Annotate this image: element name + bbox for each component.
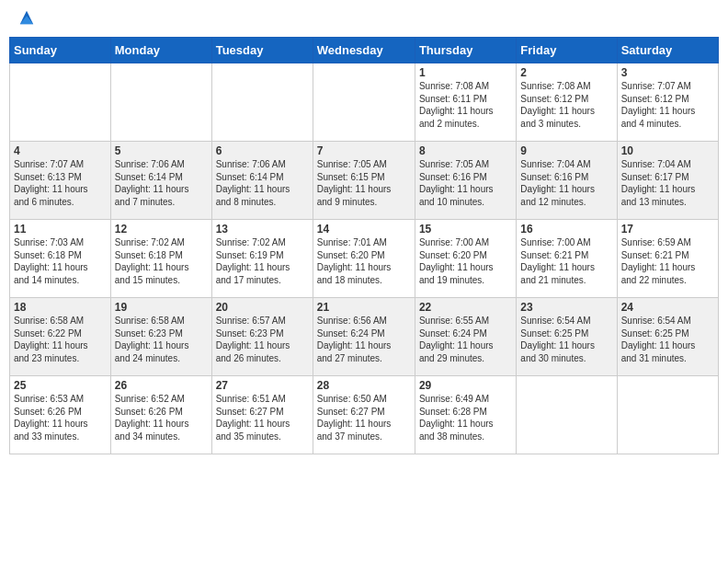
calendar-cell [517, 376, 617, 454]
calendar-cell: 15Sunrise: 7:00 AM Sunset: 6:20 PM Dayli… [415, 220, 516, 298]
day-info: Sunrise: 6:49 AM Sunset: 6:28 PM Dayligh… [419, 393, 512, 442]
day-info: Sunrise: 7:02 AM Sunset: 6:19 PM Dayligh… [216, 236, 309, 286]
day-info: Sunrise: 6:55 AM Sunset: 6:24 PM Dayligh… [419, 315, 512, 364]
day-number: 15 [419, 223, 512, 236]
logo [17, 13, 35, 26]
day-info: Sunrise: 6:58 AM Sunset: 6:23 PM Dayligh… [115, 315, 208, 364]
calendar-cell: 7Sunrise: 7:05 AM Sunset: 6:15 PM Daylig… [313, 142, 415, 220]
calendar-cell [110, 63, 211, 142]
calendar-cell: 16Sunrise: 7:00 AM Sunset: 6:21 PM Dayli… [517, 220, 617, 298]
day-info: Sunrise: 7:08 AM Sunset: 6:12 PM Dayligh… [520, 80, 612, 130]
day-number: 13 [216, 223, 309, 236]
day-number: 4 [14, 144, 107, 157]
week-row-1: 1Sunrise: 7:08 AM Sunset: 6:11 PM Daylig… [10, 63, 719, 142]
calendar-cell: 28Sunrise: 6:50 AM Sunset: 6:27 PM Dayli… [313, 376, 415, 454]
calendar-cell: 10Sunrise: 7:04 AM Sunset: 6:17 PM Dayli… [617, 142, 718, 220]
day-info: Sunrise: 6:50 AM Sunset: 6:27 PM Dayligh… [317, 393, 411, 442]
calendar-cell: 29Sunrise: 6:49 AM Sunset: 6:28 PM Dayli… [415, 376, 516, 454]
day-info: Sunrise: 7:07 AM Sunset: 6:13 PM Dayligh… [14, 158, 107, 208]
day-number: 14 [317, 223, 411, 236]
weekday-header-tuesday: Tuesday [211, 38, 313, 63]
week-row-4: 18Sunrise: 6:58 AM Sunset: 6:22 PM Dayli… [10, 298, 719, 376]
calendar-cell: 9Sunrise: 7:04 AM Sunset: 6:16 PM Daylig… [517, 142, 617, 220]
calendar-cell: 14Sunrise: 7:01 AM Sunset: 6:20 PM Dayli… [313, 220, 415, 298]
day-info: Sunrise: 7:04 AM Sunset: 6:17 PM Dayligh… [621, 158, 714, 208]
day-number: 11 [14, 223, 107, 236]
day-number: 21 [317, 301, 411, 314]
day-number: 25 [14, 379, 107, 392]
day-number: 28 [317, 379, 411, 392]
day-number: 8 [419, 144, 512, 157]
week-row-3: 11Sunrise: 7:03 AM Sunset: 6:18 PM Dayli… [10, 220, 719, 298]
day-number: 19 [115, 301, 208, 314]
day-info: Sunrise: 7:03 AM Sunset: 6:18 PM Dayligh… [14, 236, 107, 286]
day-info: Sunrise: 7:00 AM Sunset: 6:20 PM Dayligh… [419, 236, 512, 286]
calendar-cell: 18Sunrise: 6:58 AM Sunset: 6:22 PM Dayli… [10, 298, 111, 376]
day-info: Sunrise: 7:05 AM Sunset: 6:16 PM Dayligh… [419, 158, 512, 208]
calendar-cell: 3Sunrise: 7:07 AM Sunset: 6:12 PM Daylig… [617, 63, 718, 142]
calendar-cell [10, 63, 111, 142]
header [9, 9, 719, 29]
day-info: Sunrise: 7:01 AM Sunset: 6:20 PM Dayligh… [317, 236, 411, 286]
day-number: 24 [621, 301, 714, 314]
day-info: Sunrise: 6:57 AM Sunset: 6:23 PM Dayligh… [216, 315, 309, 364]
day-number: 5 [115, 144, 208, 157]
day-number: 1 [419, 66, 512, 79]
logo-icon [18, 9, 35, 26]
day-number: 27 [216, 379, 309, 392]
day-info: Sunrise: 7:04 AM Sunset: 6:16 PM Dayligh… [520, 158, 612, 208]
day-info: Sunrise: 7:00 AM Sunset: 6:21 PM Dayligh… [520, 236, 612, 286]
calendar-cell: 20Sunrise: 6:57 AM Sunset: 6:23 PM Dayli… [211, 298, 313, 376]
day-number: 7 [317, 144, 411, 157]
day-info: Sunrise: 7:06 AM Sunset: 6:14 PM Dayligh… [115, 158, 208, 208]
calendar-cell: 12Sunrise: 7:02 AM Sunset: 6:18 PM Dayli… [110, 220, 211, 298]
weekday-header-monday: Monday [110, 38, 211, 63]
day-number: 26 [115, 379, 208, 392]
calendar-cell [211, 63, 313, 142]
week-row-5: 25Sunrise: 6:53 AM Sunset: 6:26 PM Dayli… [10, 376, 719, 454]
day-info: Sunrise: 6:54 AM Sunset: 6:25 PM Dayligh… [621, 315, 714, 364]
day-number: 20 [216, 301, 309, 314]
day-number: 16 [520, 223, 612, 236]
calendar-cell: 17Sunrise: 6:59 AM Sunset: 6:21 PM Dayli… [617, 220, 718, 298]
calendar-cell: 2Sunrise: 7:08 AM Sunset: 6:12 PM Daylig… [517, 63, 617, 142]
day-info: Sunrise: 6:51 AM Sunset: 6:27 PM Dayligh… [216, 393, 309, 442]
day-info: Sunrise: 6:56 AM Sunset: 6:24 PM Dayligh… [317, 315, 411, 364]
calendar-cell: 5Sunrise: 7:06 AM Sunset: 6:14 PM Daylig… [110, 142, 211, 220]
weekday-header-row: SundayMondayTuesdayWednesdayThursdayFrid… [10, 38, 719, 63]
calendar-cell: 13Sunrise: 7:02 AM Sunset: 6:19 PM Dayli… [211, 220, 313, 298]
weekday-header-sunday: Sunday [10, 38, 111, 63]
svg-marker-1 [20, 16, 33, 24]
weekday-header-wednesday: Wednesday [313, 38, 415, 63]
weekday-header-thursday: Thursday [415, 38, 516, 63]
calendar-cell: 24Sunrise: 6:54 AM Sunset: 6:25 PM Dayli… [617, 298, 718, 376]
day-info: Sunrise: 6:53 AM Sunset: 6:26 PM Dayligh… [14, 393, 107, 442]
calendar-cell: 11Sunrise: 7:03 AM Sunset: 6:18 PM Dayli… [10, 220, 111, 298]
day-number: 12 [115, 223, 208, 236]
day-number: 22 [419, 301, 512, 314]
day-info: Sunrise: 6:52 AM Sunset: 6:26 PM Dayligh… [115, 393, 208, 442]
day-info: Sunrise: 6:59 AM Sunset: 6:21 PM Dayligh… [621, 236, 714, 286]
week-row-2: 4Sunrise: 7:07 AM Sunset: 6:13 PM Daylig… [10, 142, 719, 220]
day-info: Sunrise: 7:02 AM Sunset: 6:18 PM Dayligh… [115, 236, 208, 286]
calendar-cell: 19Sunrise: 6:58 AM Sunset: 6:23 PM Dayli… [110, 298, 211, 376]
weekday-header-friday: Friday [517, 38, 617, 63]
calendar-cell: 4Sunrise: 7:07 AM Sunset: 6:13 PM Daylig… [10, 142, 111, 220]
day-info: Sunrise: 7:05 AM Sunset: 6:15 PM Dayligh… [317, 158, 411, 208]
day-number: 9 [520, 144, 612, 157]
day-info: Sunrise: 6:58 AM Sunset: 6:22 PM Dayligh… [14, 315, 107, 364]
calendar-cell: 6Sunrise: 7:06 AM Sunset: 6:14 PM Daylig… [211, 142, 313, 220]
calendar-cell: 1Sunrise: 7:08 AM Sunset: 6:11 PM Daylig… [415, 63, 516, 142]
day-number: 10 [621, 144, 714, 157]
day-number: 6 [216, 144, 309, 157]
calendar-cell: 23Sunrise: 6:54 AM Sunset: 6:25 PM Dayli… [517, 298, 617, 376]
calendar-cell [617, 376, 718, 454]
day-number: 17 [621, 223, 714, 236]
weekday-header-saturday: Saturday [617, 38, 718, 63]
calendar-table: SundayMondayTuesdayWednesdayThursdayFrid… [9, 37, 719, 454]
day-number: 18 [14, 301, 107, 314]
calendar-cell [313, 63, 415, 142]
calendar-cell: 21Sunrise: 6:56 AM Sunset: 6:24 PM Dayli… [313, 298, 415, 376]
day-info: Sunrise: 6:54 AM Sunset: 6:25 PM Dayligh… [520, 315, 612, 364]
day-info: Sunrise: 7:08 AM Sunset: 6:11 PM Dayligh… [419, 80, 512, 130]
